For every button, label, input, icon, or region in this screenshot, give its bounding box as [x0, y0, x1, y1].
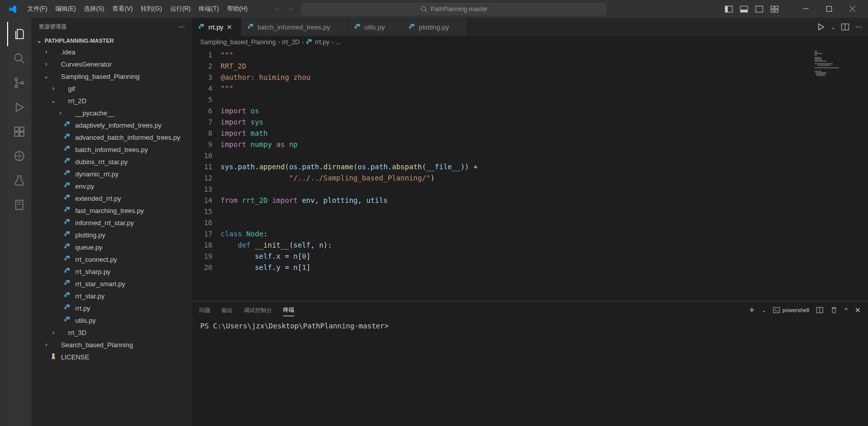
- breadcrumb[interactable]: Sampling_based_Planning › rrt_2D › rrt.p…: [192, 36, 868, 48]
- file-icon: [64, 280, 72, 288]
- close-window-button[interactable]: [841, 0, 864, 18]
- kill-terminal-icon[interactable]: [830, 307, 838, 314]
- close-tab-icon[interactable]: ✕: [227, 23, 235, 31]
- tree-folder[interactable]: ›rrt_3D: [32, 326, 192, 339]
- svg-point-0: [421, 6, 426, 11]
- tree-folder[interactable]: ›gif: [32, 82, 192, 95]
- layout-left-icon[interactable]: [725, 5, 733, 13]
- svg-rect-22: [20, 132, 24, 136]
- run-debug-activity-icon[interactable]: [7, 95, 32, 119]
- explorer-title: 资源管理器: [39, 23, 67, 31]
- tree-file[interactable]: batch_informed_trees.py: [32, 143, 192, 156]
- menu-item[interactable]: 编辑(E): [51, 3, 80, 15]
- tree-file[interactable]: dynamic_rrt.py: [32, 168, 192, 180]
- terminal-content[interactable]: PS C:\Users\jzx\Desktop\PathPlanning-mas…: [192, 319, 868, 426]
- tree-folder[interactable]: ⌄Sampling_based_Planning: [32, 70, 192, 82]
- layout-right-icon[interactable]: [755, 5, 763, 13]
- explorer-activity-icon[interactable]: [7, 22, 32, 46]
- menu-item[interactable]: 查看(V): [108, 3, 137, 15]
- menu-item[interactable]: 帮助(H): [223, 3, 252, 15]
- terminal-shell-icon[interactable]: powershell: [773, 307, 810, 314]
- file-tree[interactable]: ›.idea›CurvesGenerator⌄Sampling_based_Pl…: [32, 46, 192, 426]
- tree-file[interactable]: env.py: [32, 180, 192, 192]
- svg-rect-10: [775, 10, 778, 12]
- chevron-right-icon: ›: [43, 48, 50, 55]
- tree-file[interactable]: rrt_star_smart.py: [32, 278, 192, 290]
- tree-file[interactable]: informed_rrt_star.py: [32, 217, 192, 229]
- extensions-activity-icon[interactable]: [7, 119, 32, 144]
- tree-file[interactable]: extended_rrt.py: [32, 192, 192, 204]
- panel-tab-problems[interactable]: 问题: [199, 305, 210, 316]
- maximize-button[interactable]: [817, 0, 841, 18]
- sidebar-more-icon[interactable]: ···: [178, 22, 185, 32]
- tree-label: dynamic_rrt.py: [75, 170, 118, 178]
- menu-item[interactable]: 运行(R): [166, 3, 195, 15]
- project-root-header[interactable]: ⌄ PATHPLANNING-MASTER: [32, 36, 192, 46]
- tree-file[interactable]: queue.py: [32, 241, 192, 253]
- editor-tab[interactable]: utils.py✕: [348, 18, 402, 36]
- tree-file[interactable]: rrt_connect.py: [32, 253, 192, 265]
- editor-tab[interactable]: batch_informed_trees.py✕: [241, 18, 348, 36]
- tree-folder[interactable]: ›Search_based_Planning: [32, 339, 192, 351]
- minimap[interactable]: ███ ████ ██████████ ███ ██████ ██ ██████…: [812, 48, 868, 301]
- tree-folder[interactable]: ›.idea: [32, 46, 192, 58]
- svg-rect-20: [15, 127, 19, 131]
- file-icon: [64, 255, 72, 263]
- split-terminal-icon[interactable]: [816, 307, 823, 314]
- nav-forward-icon[interactable]: →: [287, 5, 293, 13]
- panel-tab-terminal[interactable]: 终端: [283, 304, 294, 316]
- tree-folder[interactable]: ⌄rrt_2D: [32, 95, 192, 107]
- scm-activity-icon[interactable]: [7, 71, 32, 95]
- layout-bottom-icon[interactable]: [740, 5, 748, 13]
- menu-item[interactable]: 转到(G): [137, 3, 166, 15]
- tree-folder[interactable]: ›CurvesGenerator: [32, 58, 192, 70]
- tree-file[interactable]: plotting.py: [32, 229, 192, 241]
- breadcrumb-seg[interactable]: rrt.py: [315, 39, 329, 46]
- tree-file[interactable]: rrt_sharp.py: [32, 265, 192, 278]
- menu-item[interactable]: 文件(F): [23, 3, 51, 15]
- tree-file[interactable]: advanced_batch_informed_trees.py: [32, 131, 192, 143]
- remote-activity-icon[interactable]: [7, 144, 32, 168]
- minimize-button[interactable]: [794, 0, 817, 18]
- code-editor[interactable]: 1234567891011121314151617181920 """ RRT_…: [192, 48, 868, 301]
- tree-label: adaptively_informed_trees.py: [75, 121, 162, 129]
- svg-rect-12: [826, 7, 831, 12]
- tree-file[interactable]: LICENSE: [32, 351, 192, 363]
- terminal-dropdown-icon[interactable]: ⌄: [762, 308, 766, 313]
- menu-item[interactable]: 选择(S): [80, 3, 108, 15]
- panel-tab-debug[interactable]: 调试控制台: [244, 305, 272, 316]
- tree-folder[interactable]: ›__pycache__: [32, 107, 192, 119]
- chevron-right-icon: ›: [50, 329, 57, 336]
- editor-tab[interactable]: plotting.py✕: [402, 18, 467, 36]
- breadcrumb-seg[interactable]: Sampling_based_Planning: [200, 39, 276, 46]
- panel-tab-output[interactable]: 输出: [222, 305, 233, 316]
- code-content[interactable]: """ RRT_2D @author: huiming zhou """ imp…: [221, 48, 812, 301]
- testing-activity-icon[interactable]: [7, 168, 32, 193]
- tab-more-icon[interactable]: ···: [855, 22, 862, 32]
- command-center[interactable]: PathPlanning-master: [301, 3, 606, 15]
- tree-label: rrt_2D: [68, 97, 86, 105]
- tree-file[interactable]: rrt.py: [32, 302, 192, 314]
- run-icon[interactable]: [817, 23, 825, 31]
- tree-file[interactable]: adaptively_informed_trees.py: [32, 119, 192, 131]
- new-terminal-icon[interactable]: +: [749, 305, 755, 316]
- customize-layout-icon[interactable]: [770, 5, 779, 13]
- search-activity-icon[interactable]: [7, 46, 32, 71]
- close-panel-icon[interactable]: ✕: [855, 306, 861, 314]
- chevron-down-icon: ⌄: [36, 37, 43, 44]
- maximize-panel-icon[interactable]: ^: [845, 307, 848, 314]
- docs-activity-icon[interactable]: [7, 193, 32, 217]
- breadcrumb-seg[interactable]: rrt_2D: [282, 39, 300, 46]
- run-dropdown-icon[interactable]: ⌄: [831, 24, 835, 30]
- nav-back-icon[interactable]: ←: [274, 5, 281, 13]
- tree-file[interactable]: utils.py: [32, 314, 192, 326]
- tree-file[interactable]: dubins_rrt_star.py: [32, 156, 192, 168]
- tree-file[interactable]: rrt_star.py: [32, 290, 192, 302]
- split-editor-icon[interactable]: [841, 23, 849, 31]
- tree-file[interactable]: fast_marching_trees.py: [32, 204, 192, 217]
- menu-item[interactable]: 终端(T): [195, 3, 223, 15]
- chevron-down-icon: ⌄: [50, 97, 57, 104]
- editor-tab[interactable]: rrt.py✕: [192, 18, 241, 36]
- breadcrumb-seg[interactable]: ...: [335, 39, 340, 46]
- file-icon: [64, 292, 72, 300]
